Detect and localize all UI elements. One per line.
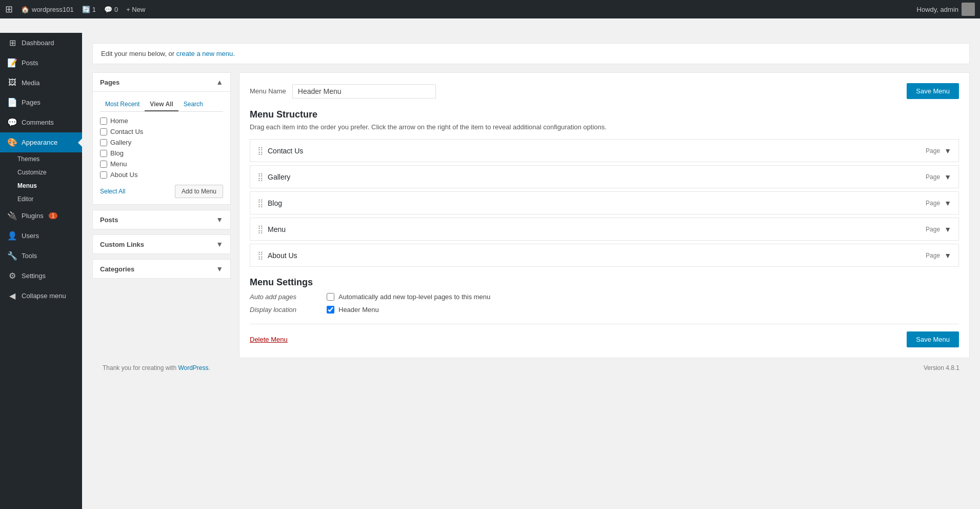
sidebar-item-dashboard[interactable]: ⊞ Dashboard — [0, 33, 82, 53]
save-menu-button-bottom[interactable]: Save Menu — [907, 331, 959, 347]
auto-add-desc: Automatically add new top-level pages to… — [338, 293, 490, 301]
menu-settings-section: Menu Settings Auto add pages Automatical… — [250, 277, 959, 314]
custom-links-title: Custom Links — [100, 241, 144, 248]
auto-add-label: Auto add pages — [250, 293, 316, 301]
comments-bar-item[interactable]: 💬 0 — [104, 6, 118, 13]
sidebar-collapse[interactable]: ◀ Collapse menu — [0, 286, 82, 306]
expand-blog-icon[interactable]: ▼ — [944, 199, 951, 207]
pages-chevron-up-icon: ▲ — [216, 78, 223, 86]
save-menu-button-top[interactable]: Save Menu — [907, 83, 959, 99]
menu-item-name-gallery: Gallery — [268, 173, 290, 181]
site-name[interactable]: 🏠 wordpress101 — [21, 6, 74, 13]
expand-gallery-icon[interactable]: ▼ — [944, 173, 951, 181]
sidebar-sub-item-themes[interactable]: Themes — [0, 152, 82, 166]
menu-name-input[interactable] — [292, 84, 436, 99]
posts-chevron-down-icon: ▼ — [216, 216, 223, 224]
sidebar-item-pages[interactable]: 📄 Pages — [0, 92, 82, 112]
admin-bar: ⊞ 🏠 wordpress101 🔄 1 💬 0 + New Howdy, ad… — [0, 0, 980, 18]
posts-icon: 📝 — [7, 58, 17, 68]
drag-handle-menu[interactable]: ⣿ — [257, 224, 264, 234]
expand-contact-us-icon[interactable]: ▼ — [944, 147, 951, 155]
page-checkbox-home[interactable]: Home — [100, 117, 223, 125]
customize-label: Customize — [17, 169, 47, 176]
sidebar-sub-item-editor[interactable]: Editor — [0, 192, 82, 206]
menu-item-name-about-us: About Us — [268, 251, 297, 260]
checkbox-home[interactable] — [100, 118, 107, 125]
site-icon: 🏠 — [21, 6, 29, 13]
sidebar-item-appearance[interactable]: 🎨 Appearance — [0, 132, 82, 152]
tab-search[interactable]: Search — [178, 98, 208, 111]
wordpress-link[interactable]: WordPress — [178, 364, 208, 371]
sidebar-item-comments[interactable]: 💬 Comments — [0, 112, 82, 132]
sidebar-item-settings[interactable]: ⚙ Settings — [0, 266, 82, 286]
posts-accordion-header[interactable]: Posts ▼ — [93, 210, 230, 229]
checkbox-contact-us[interactable] — [100, 128, 107, 135]
page-checkbox-contact-us[interactable]: Contact Us — [100, 128, 223, 135]
wp-logo-icon[interactable]: ⊞ — [5, 4, 13, 15]
drag-handle-contact-us[interactable]: ⣿ — [257, 146, 264, 155]
menu-item-menu: ⣿ Menu Page ▼ — [250, 218, 959, 241]
new-bar-item[interactable]: + New — [126, 6, 145, 13]
expand-menu-icon[interactable]: ▼ — [944, 225, 951, 233]
howdy-label: Howdy, admin — [917, 3, 975, 16]
expand-about-us-icon[interactable]: ▼ — [944, 251, 951, 260]
tab-most-recent[interactable]: Most Recent — [100, 98, 145, 111]
themes-label: Themes — [17, 155, 39, 163]
sidebar-label-dashboard: Dashboard — [22, 39, 54, 47]
tab-view-all[interactable]: View All — [145, 98, 178, 111]
sidebar-label-settings: Settings — [22, 272, 46, 280]
sidebar-item-posts[interactable]: 📝 Posts — [0, 53, 82, 73]
page-checkbox-about-us[interactable]: About Us — [100, 171, 223, 179]
sidebar-item-plugins[interactable]: 🔌 Plugins 1 — [0, 206, 82, 226]
custom-links-accordion: Custom Links ▼ — [92, 234, 231, 254]
pages-accordion-body: Most Recent View All Search Home Co — [93, 91, 230, 204]
sidebar-item-users[interactable]: 👤 Users — [0, 226, 82, 246]
add-to-menu-button[interactable]: Add to Menu — [175, 185, 223, 198]
plugins-icon: 🔌 — [7, 211, 17, 221]
checkbox-about-us[interactable] — [100, 171, 107, 179]
select-all-link[interactable]: Select All — [100, 188, 125, 195]
menu-name-label: Menu Name — [250, 87, 286, 95]
drag-handle-about-us[interactable]: ⣿ — [257, 250, 264, 260]
menu-footer: Delete Menu Save Menu — [250, 324, 959, 347]
users-icon: 👤 — [7, 231, 17, 241]
sidebar-item-media[interactable]: 🖼 Media — [0, 73, 82, 92]
checkbox-blog[interactable] — [100, 150, 107, 157]
drag-handle-blog[interactable]: ⣿ — [257, 198, 264, 208]
page-checkbox-blog[interactable]: Blog — [100, 149, 223, 157]
settings-icon: ⚙ — [7, 271, 17, 281]
create-new-menu-link[interactable]: create a new menu — [176, 50, 233, 57]
dashboard-icon: ⊞ — [7, 38, 17, 48]
sidebar-sub-item-menus[interactable]: Menus — [0, 179, 82, 192]
menu-item-contact-us: ⣿ Contact Us Page ▼ — [250, 139, 959, 162]
updates-bar-item[interactable]: 🔄 1 — [82, 6, 96, 13]
categories-accordion-header[interactable]: Categories ▼ — [93, 260, 230, 278]
delete-menu-link[interactable]: Delete Menu — [250, 336, 288, 343]
menu-item-name-contact-us: Contact Us — [268, 147, 303, 155]
menu-item-gallery: ⣿ Gallery Page ▼ — [250, 165, 959, 188]
display-location-checkbox[interactable] — [327, 306, 334, 314]
editor-label: Editor — [17, 195, 33, 203]
comments-icon: 💬 — [7, 118, 17, 127]
sidebar-label-collapse: Collapse menu — [22, 292, 66, 300]
categories-chevron-icon: ▼ — [216, 265, 223, 273]
auto-add-checkbox[interactable] — [327, 293, 334, 301]
checkbox-menu[interactable] — [100, 161, 107, 168]
drag-handle-gallery[interactable]: ⣿ — [257, 172, 264, 182]
page-checkbox-gallery[interactable]: Gallery — [100, 139, 223, 146]
sidebar-item-tools[interactable]: 🔧 Tools — [0, 246, 82, 266]
menu-structure-desc: Drag each item into the order you prefer… — [250, 123, 959, 131]
menu-settings-title: Menu Settings — [250, 277, 959, 288]
menu-item-type-gallery: Page — [926, 173, 940, 181]
sidebar-sub-item-customize[interactable]: Customize — [0, 166, 82, 179]
menu-items-list: ⣿ Contact Us Page ▼ ⣿ Gallery — [250, 139, 959, 267]
comments-icon: 💬 — [104, 6, 112, 13]
posts-accordion: Posts ▼ — [92, 210, 231, 229]
checkbox-gallery[interactable] — [100, 139, 107, 146]
pages-accordion-header[interactable]: Pages ▲ — [93, 73, 230, 91]
version-label: Version 4.8.1 — [924, 364, 959, 371]
page-checkbox-menu[interactable]: Menu — [100, 160, 223, 168]
categories-accordion: Categories ▼ — [92, 259, 231, 279]
plugins-badge: 1 — [49, 212, 58, 219]
custom-links-accordion-header[interactable]: Custom Links ▼ — [93, 235, 230, 253]
